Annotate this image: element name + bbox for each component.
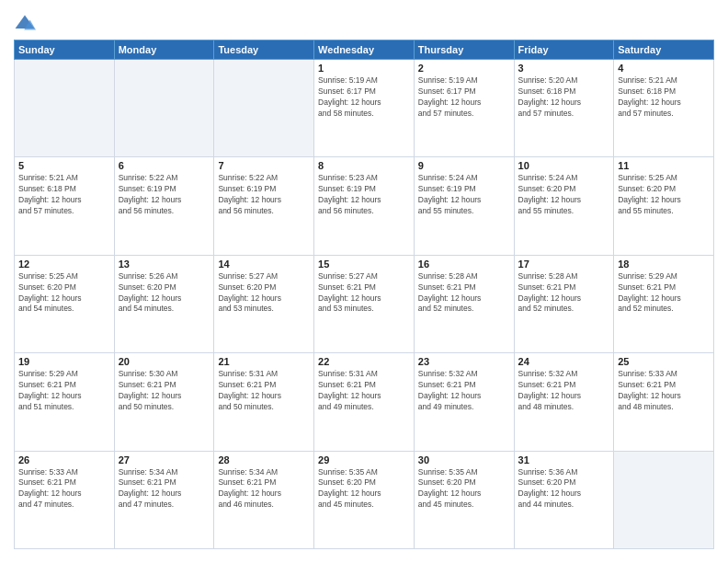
day-number-0-3: 1 — [318, 63, 410, 74]
day-info-4-2: Sunrise: 5:34 AM Sunset: 6:21 PM Dayligh… — [218, 467, 310, 511]
week-row-0: 1Sunrise: 5:19 AM Sunset: 6:17 PM Daylig… — [15, 60, 714, 157]
day-number-1-4: 9 — [418, 160, 510, 171]
week-row-4: 26Sunrise: 5:33 AM Sunset: 6:21 PM Dayli… — [15, 451, 714, 548]
day-info-4-1: Sunrise: 5:34 AM Sunset: 6:21 PM Dayligh… — [119, 467, 210, 511]
header — [14, 14, 714, 32]
cell-3-1: 20Sunrise: 5:30 AM Sunset: 6:21 PM Dayli… — [114, 353, 214, 451]
logo-icon — [14, 14, 36, 32]
day-number-0-5: 3 — [518, 63, 610, 74]
day-info-0-5: Sunrise: 5:20 AM Sunset: 6:18 PM Dayligh… — [518, 75, 610, 120]
page: Sunday Monday Tuesday Wednesday Thursday… — [0, 0, 728, 563]
day-number-1-5: 10 — [518, 160, 610, 171]
cell-4-3: 29Sunrise: 5:35 AM Sunset: 6:20 PM Dayli… — [314, 451, 415, 548]
cell-4-0: 26Sunrise: 5:33 AM Sunset: 6:21 PM Dayli… — [15, 451, 115, 548]
day-number-4-0: 26 — [18, 454, 110, 465]
col-thursday: Thursday — [414, 40, 514, 60]
cell-4-1: 27Sunrise: 5:34 AM Sunset: 6:21 PM Dayli… — [114, 451, 214, 548]
day-number-3-4: 23 — [418, 356, 510, 367]
day-info-1-0: Sunrise: 5:21 AM Sunset: 6:18 PM Dayligh… — [18, 173, 110, 217]
day-info-4-5: Sunrise: 5:36 AM Sunset: 6:20 PM Dayligh… — [518, 467, 610, 511]
cell-3-2: 21Sunrise: 5:31 AM Sunset: 6:21 PM Dayli… — [214, 353, 314, 451]
day-info-1-1: Sunrise: 5:22 AM Sunset: 6:19 PM Dayligh… — [119, 173, 210, 217]
cell-2-5: 17Sunrise: 5:28 AM Sunset: 6:21 PM Dayli… — [514, 255, 614, 352]
day-info-3-6: Sunrise: 5:33 AM Sunset: 6:21 PM Dayligh… — [618, 369, 710, 413]
day-number-4-2: 28 — [218, 454, 310, 465]
cell-1-1: 6Sunrise: 5:22 AM Sunset: 6:19 PM Daylig… — [114, 157, 214, 255]
day-info-0-3: Sunrise: 5:19 AM Sunset: 6:17 PM Dayligh… — [318, 75, 410, 120]
day-info-4-0: Sunrise: 5:33 AM Sunset: 6:21 PM Dayligh… — [18, 467, 110, 511]
cell-0-3: 1Sunrise: 5:19 AM Sunset: 6:17 PM Daylig… — [314, 60, 415, 157]
calendar-table: Sunday Monday Tuesday Wednesday Thursday… — [14, 40, 714, 549]
cell-2-2: 14Sunrise: 5:27 AM Sunset: 6:20 PM Dayli… — [214, 255, 314, 352]
day-info-1-2: Sunrise: 5:22 AM Sunset: 6:19 PM Dayligh… — [218, 173, 310, 217]
cell-3-3: 22Sunrise: 5:31 AM Sunset: 6:21 PM Dayli… — [314, 353, 415, 451]
cell-0-6: 4Sunrise: 5:21 AM Sunset: 6:18 PM Daylig… — [614, 60, 714, 157]
day-number-0-6: 4 — [618, 63, 710, 74]
day-info-1-5: Sunrise: 5:24 AM Sunset: 6:20 PM Dayligh… — [518, 173, 610, 217]
cell-0-0 — [15, 60, 115, 157]
cell-2-4: 16Sunrise: 5:28 AM Sunset: 6:21 PM Dayli… — [414, 255, 514, 352]
day-info-2-1: Sunrise: 5:26 AM Sunset: 6:20 PM Dayligh… — [119, 271, 210, 316]
day-number-3-6: 25 — [618, 356, 710, 367]
col-monday: Monday — [114, 40, 214, 60]
cell-1-5: 10Sunrise: 5:24 AM Sunset: 6:20 PM Dayli… — [514, 157, 614, 255]
day-number-4-3: 29 — [318, 454, 410, 465]
day-number-3-2: 21 — [218, 356, 310, 367]
day-info-3-2: Sunrise: 5:31 AM Sunset: 6:21 PM Dayligh… — [218, 369, 310, 413]
day-number-4-5: 31 — [518, 454, 610, 465]
logo — [14, 14, 40, 32]
day-info-3-3: Sunrise: 5:31 AM Sunset: 6:21 PM Dayligh… — [318, 369, 410, 413]
day-number-3-1: 20 — [119, 356, 210, 367]
day-info-3-4: Sunrise: 5:32 AM Sunset: 6:21 PM Dayligh… — [418, 369, 510, 413]
cell-3-4: 23Sunrise: 5:32 AM Sunset: 6:21 PM Dayli… — [414, 353, 514, 451]
cell-3-6: 25Sunrise: 5:33 AM Sunset: 6:21 PM Dayli… — [614, 353, 714, 451]
day-info-2-5: Sunrise: 5:28 AM Sunset: 6:21 PM Dayligh… — [518, 271, 610, 316]
cell-1-4: 9Sunrise: 5:24 AM Sunset: 6:19 PM Daylig… — [414, 157, 514, 255]
day-info-1-4: Sunrise: 5:24 AM Sunset: 6:19 PM Dayligh… — [418, 173, 510, 217]
cell-4-2: 28Sunrise: 5:34 AM Sunset: 6:21 PM Dayli… — [214, 451, 314, 548]
cell-2-1: 13Sunrise: 5:26 AM Sunset: 6:20 PM Dayli… — [114, 255, 214, 352]
calendar-header: Sunday Monday Tuesday Wednesday Thursday… — [15, 40, 714, 60]
cell-4-5: 31Sunrise: 5:36 AM Sunset: 6:20 PM Dayli… — [514, 451, 614, 548]
cell-0-1 — [114, 60, 214, 157]
day-info-3-5: Sunrise: 5:32 AM Sunset: 6:21 PM Dayligh… — [518, 369, 610, 413]
day-number-2-6: 18 — [618, 259, 710, 270]
cell-1-0: 5Sunrise: 5:21 AM Sunset: 6:18 PM Daylig… — [15, 157, 115, 255]
day-number-1-0: 5 — [18, 160, 110, 171]
cell-1-6: 11Sunrise: 5:25 AM Sunset: 6:20 PM Dayli… — [614, 157, 714, 255]
day-number-3-5: 24 — [518, 356, 610, 367]
cell-0-2 — [214, 60, 314, 157]
day-info-4-4: Sunrise: 5:35 AM Sunset: 6:20 PM Dayligh… — [418, 467, 510, 511]
cell-0-5: 3Sunrise: 5:20 AM Sunset: 6:18 PM Daylig… — [514, 60, 614, 157]
col-friday: Friday — [514, 40, 614, 60]
cell-0-4: 2Sunrise: 5:19 AM Sunset: 6:17 PM Daylig… — [414, 60, 514, 157]
day-info-0-4: Sunrise: 5:19 AM Sunset: 6:17 PM Dayligh… — [418, 75, 510, 120]
cell-4-4: 30Sunrise: 5:35 AM Sunset: 6:20 PM Dayli… — [414, 451, 514, 548]
day-number-2-1: 13 — [119, 259, 210, 270]
cell-2-3: 15Sunrise: 5:27 AM Sunset: 6:21 PM Dayli… — [314, 255, 415, 352]
day-number-3-0: 19 — [18, 356, 110, 367]
day-info-3-0: Sunrise: 5:29 AM Sunset: 6:21 PM Dayligh… — [18, 369, 110, 413]
col-wednesday: Wednesday — [314, 40, 415, 60]
day-number-0-4: 2 — [418, 63, 510, 74]
week-row-3: 19Sunrise: 5:29 AM Sunset: 6:21 PM Dayli… — [15, 353, 714, 451]
day-number-1-1: 6 — [119, 160, 210, 171]
day-number-4-1: 27 — [119, 454, 210, 465]
day-number-2-5: 17 — [518, 259, 610, 270]
day-info-2-0: Sunrise: 5:25 AM Sunset: 6:20 PM Dayligh… — [18, 271, 110, 316]
day-number-2-4: 16 — [418, 259, 510, 270]
day-number-1-2: 7 — [218, 160, 310, 171]
day-number-4-4: 30 — [418, 454, 510, 465]
day-number-1-3: 8 — [318, 160, 410, 171]
cell-3-5: 24Sunrise: 5:32 AM Sunset: 6:21 PM Dayli… — [514, 353, 614, 451]
cell-2-0: 12Sunrise: 5:25 AM Sunset: 6:20 PM Dayli… — [15, 255, 115, 352]
day-info-2-4: Sunrise: 5:28 AM Sunset: 6:21 PM Dayligh… — [418, 271, 510, 316]
col-tuesday: Tuesday — [214, 40, 314, 60]
week-row-2: 12Sunrise: 5:25 AM Sunset: 6:20 PM Dayli… — [15, 255, 714, 352]
day-info-4-3: Sunrise: 5:35 AM Sunset: 6:20 PM Dayligh… — [318, 467, 410, 511]
calendar-body: 1Sunrise: 5:19 AM Sunset: 6:17 PM Daylig… — [15, 60, 714, 549]
cell-1-2: 7Sunrise: 5:22 AM Sunset: 6:19 PM Daylig… — [214, 157, 314, 255]
day-number-2-0: 12 — [18, 259, 110, 270]
cell-1-3: 8Sunrise: 5:23 AM Sunset: 6:19 PM Daylig… — [314, 157, 415, 255]
col-saturday: Saturday — [614, 40, 714, 60]
